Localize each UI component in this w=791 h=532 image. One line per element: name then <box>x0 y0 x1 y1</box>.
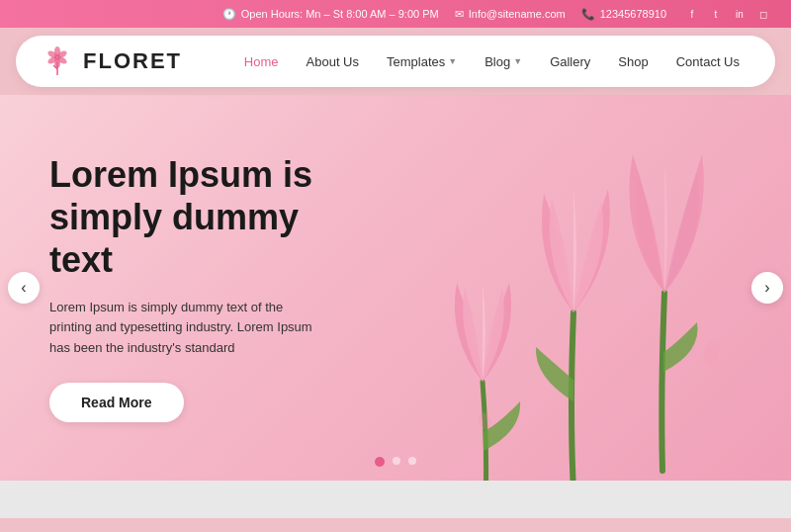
hero-content: Lorem Ipsum is simply dummy text Lorem I… <box>0 153 415 422</box>
social-links: f t in ◻ <box>684 6 771 22</box>
phone-info: 📞 12345678910 <box>581 8 666 21</box>
hero-description: Lorem Ipsum is simply dummy text of the … <box>49 298 326 359</box>
read-more-button[interactable]: Read More <box>49 383 184 422</box>
logo-icon <box>40 44 75 79</box>
footer-strip <box>0 481 791 518</box>
logo[interactable]: FLORET <box>40 44 182 79</box>
linkedin-icon[interactable]: in <box>732 6 747 22</box>
hours-info: 🕐 Open Hours: Mn – St 8:00 AM – 9:00 PM <box>222 8 439 21</box>
navigation: Home About Us Templates ▼ Blog ▼ Gallery… <box>232 48 751 75</box>
header: FLORET Home About Us Templates ▼ Blog ▼ … <box>16 36 775 87</box>
top-bar: 🕐 Open Hours: Mn – St 8:00 AM – 9:00 PM … <box>0 0 791 28</box>
nav-templates[interactable]: Templates ▼ <box>375 48 469 75</box>
slider-dot-3[interactable] <box>408 457 416 465</box>
slider-next-button[interactable]: › <box>751 272 783 304</box>
instagram-icon[interactable]: ◻ <box>755 6 771 22</box>
nav-contact[interactable]: Contact Us <box>664 48 751 75</box>
email-info: ✉ Info@sitename.com <box>455 8 566 21</box>
clock-icon: 🕐 <box>222 8 236 21</box>
nav-home[interactable]: Home <box>232 48 291 75</box>
slider-dot-2[interactable] <box>393 457 400 465</box>
nav-shop[interactable]: Shop <box>606 48 659 75</box>
nav-blog[interactable]: Blog ▼ <box>473 48 534 75</box>
nav-gallery[interactable]: Gallery <box>538 48 602 75</box>
email-text: Info@sitename.com <box>469 8 566 20</box>
hours-text: Open Hours: Mn – St 8:00 AM – 9:00 PM <box>241 8 439 20</box>
templates-chevron: ▼ <box>448 56 457 66</box>
blog-chevron: ▼ <box>513 56 522 66</box>
top-bar-info: 🕐 Open Hours: Mn – St 8:00 AM – 9:00 PM … <box>222 8 666 21</box>
twitter-icon[interactable]: t <box>708 6 724 22</box>
svg-point-9 <box>700 338 723 366</box>
slider-dots <box>375 457 416 467</box>
nav-about[interactable]: About Us <box>295 48 371 75</box>
phone-icon: 📞 <box>581 8 595 21</box>
slider-prev-button[interactable]: ‹ <box>8 272 40 304</box>
facebook-icon[interactable]: f <box>684 6 700 22</box>
hero-section: Lorem Ipsum is simply dummy text Lorem I… <box>0 95 791 481</box>
logo-text: FLORET <box>83 48 182 74</box>
hero-title: Lorem Ipsum is simply dummy text <box>49 153 366 282</box>
phone-text: 12345678910 <box>600 8 666 20</box>
slider-dot-1[interactable] <box>375 457 385 467</box>
email-icon: ✉ <box>455 8 464 21</box>
